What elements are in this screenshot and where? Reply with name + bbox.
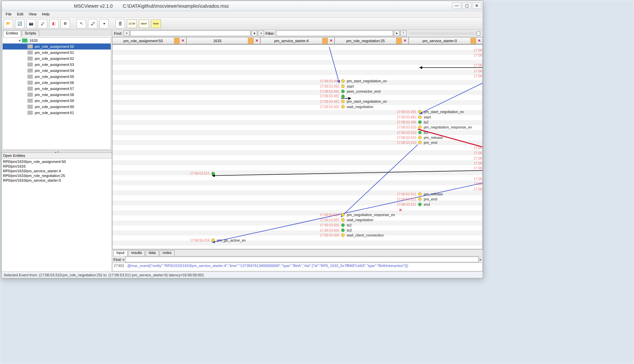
tree-item[interactable]: pm_role_assignment:59 (3, 98, 111, 104)
event[interactable]: 17:06:53.511ts4 (474, 182, 483, 186)
event[interactable]: 17:06:53.511pm_go_active_ev (474, 177, 483, 181)
tab-scripts[interactable]: Scripts (22, 30, 39, 36)
open-entity-item[interactable]: RP0/pm/1633/pm_role_assignment:50 (3, 159, 110, 164)
tree-item[interactable]: pm_role_assignment:57 (3, 86, 111, 92)
open-entity-item[interactable]: RP0/pm/1633/pm_role_negotiation:25 (3, 173, 110, 178)
clear-button[interactable] (49, 19, 59, 28)
lane-close-button[interactable]: ✕ (328, 38, 334, 44)
toggle-note[interactable]: Note (151, 19, 161, 28)
event[interactable]: 17:06:53.510pm_negotiation_response_ev (397, 125, 472, 129)
event[interactable]: 17:06:53.511 (190, 172, 217, 175)
event[interactable]: 17:06:53.491peer_connector_end (320, 89, 380, 93)
event[interactable]: 17:06:53.495ts2 (397, 120, 429, 124)
event[interactable]: 17:06:53.511wait_negotiation (474, 151, 483, 155)
lane-color-button[interactable] (396, 38, 401, 44)
event[interactable]: 17:06:53.510pre_end (397, 141, 437, 145)
event[interactable]: 17:06:53.511wait_role (474, 187, 483, 191)
collapse-icon[interactable]: ▾ (19, 38, 21, 43)
menu-file[interactable]: File (4, 12, 14, 17)
event[interactable]: 17:06:53.511 (474, 166, 483, 170)
bottom-find-input[interactable] (125, 257, 479, 262)
menu-edit[interactable]: Edit (15, 12, 25, 17)
screenshot-button[interactable] (26, 19, 36, 28)
lane-color-button[interactable] (470, 38, 476, 44)
open-button[interactable] (4, 19, 13, 28)
open-entity-item[interactable]: RP0/pm/1633/pm_service_starter:0 (3, 178, 110, 183)
tree-item[interactable]: pm_role_assignment:53 (3, 62, 111, 68)
bottom-find-prev[interactable]: < (122, 258, 124, 262)
settings-button[interactable] (61, 19, 70, 28)
event[interactable]: 17:06:53.491wait_negotiation (474, 74, 483, 78)
lane-close-button[interactable]: ✕ (253, 38, 260, 44)
lane-color-button[interactable] (322, 38, 328, 44)
tree-item[interactable]: pm_role_assignment:51 (3, 50, 111, 56)
tree-item[interactable]: pm_role_assignment:50 (3, 43, 111, 50)
tool-dropdown[interactable] (99, 19, 109, 28)
event[interactable]: 17:06:53.491pm_start_negotiation_ev (320, 99, 387, 103)
lane-color-button[interactable] (248, 38, 253, 44)
event[interactable]: 17:06:53.491peer_connector_end (474, 53, 483, 57)
event[interactable]: ✕ (397, 208, 404, 211)
event[interactable]: 17:06:53.491start (320, 84, 354, 88)
find-next[interactable]: > (258, 30, 264, 36)
maximize-button[interactable]: ▢ (462, 2, 471, 9)
zoom-slider[interactable] (409, 32, 479, 35)
entity-tree[interactable]: ▾ 1633 pm_role_assignment:50pm_role_assi… (2, 37, 111, 150)
event[interactable]: 17:06:53.655wait_client_connection (320, 233, 384, 237)
lane-close-button[interactable]: ✕ (179, 38, 186, 44)
find-dd[interactable]: ▾ (251, 30, 257, 36)
tab-input[interactable]: input (113, 250, 127, 256)
event[interactable]: 17:06:53.491wait_negotiation (320, 105, 373, 109)
event[interactable]: 17:06:53.521end (397, 202, 430, 206)
lane-close-button[interactable]: ✕ (476, 38, 482, 44)
event[interactable]: 17:06:53.587wait_negotiation (320, 218, 373, 222)
pointer-tool[interactable] (77, 19, 86, 28)
event[interactable]: 17:06:53.511ts2 (474, 156, 483, 160)
event[interactable]: 17:06:53.511ts3 (474, 161, 483, 165)
filter-bang[interactable]: ! (400, 30, 406, 36)
event[interactable]: 17:06:53.491pm_start_negotiation_ev (474, 69, 483, 73)
tree-item[interactable]: pm_role_assignment:52 (3, 56, 111, 62)
open-entity-item[interactable]: RP0/pm/1633/pm_service_starter:4 (3, 169, 110, 173)
event[interactable]: 17:06:53.521pre_end (397, 197, 437, 201)
toggle-label[interactable]: label (139, 19, 149, 28)
refresh-button[interactable] (15, 19, 24, 28)
event[interactable]: 17:06:53.491pm_start_negotiation_ev (320, 79, 387, 83)
tab-results[interactable]: results (128, 250, 145, 256)
highlight-tool[interactable] (88, 19, 97, 28)
toggle-time[interactable]: 12:34 (127, 19, 137, 28)
db-icon[interactable] (115, 19, 125, 28)
tab-notes[interactable]: notes (160, 250, 175, 256)
marker-button[interactable] (38, 19, 47, 28)
event[interactable]: 17:06:55.019pm_go_active_ev (190, 238, 246, 242)
filter-dd[interactable]: ▾ (394, 30, 400, 36)
menu-view[interactable]: View (27, 12, 39, 17)
tab-entities[interactable]: Entities (3, 30, 21, 36)
event[interactable]: 17:06:53.510ts1 (397, 130, 429, 134)
event[interactable]: 17:06:53.491start (474, 48, 483, 52)
lane-color-button[interactable] (174, 38, 179, 44)
event[interactable]: 17:06:53.510pm_release (397, 135, 443, 140)
event[interactable]: 17:06:53.655ts3 (320, 228, 352, 232)
close-button[interactable]: ✕ (472, 2, 481, 9)
menu-help[interactable]: Help (40, 12, 52, 17)
tab-data[interactable]: data (146, 250, 159, 256)
tree-item[interactable]: pm_role_assignment:55 (3, 74, 111, 80)
tree-root[interactable]: ▾ 1633 (3, 37, 111, 43)
tree-item[interactable]: pm_role_assignment:56 (3, 80, 111, 86)
event[interactable]: 17:06:53.655ts2 (320, 223, 352, 227)
tree-item[interactable]: pm_role_assignment:54 (3, 68, 111, 74)
event[interactable]: 17:06:53.491pm_start_negotiation_ev (397, 110, 464, 114)
tree-item[interactable]: pm_role_assignment:58 (3, 92, 111, 98)
find-input[interactable] (130, 30, 251, 36)
bottom-find-next[interactable]: > (479, 258, 481, 262)
splitter-h[interactable]: ▴ ▾ (2, 150, 112, 153)
sequence-diagram[interactable]: 17:06:53.491start17:06:53.491peer_connec… (112, 44, 483, 249)
event[interactable]: 17:06:53.491 (474, 64, 483, 67)
event[interactable]: 17:06:53.511pm_release (397, 192, 443, 196)
minimize-button[interactable]: — (452, 2, 461, 9)
tree-item[interactable]: pm_role_assignment:61 (3, 110, 111, 116)
find-prev[interactable]: < (123, 30, 129, 36)
open-entity-item[interactable]: RP0/pm/1633 (3, 164, 110, 169)
tree-item[interactable]: pm_role_assignment:60 (3, 104, 111, 110)
